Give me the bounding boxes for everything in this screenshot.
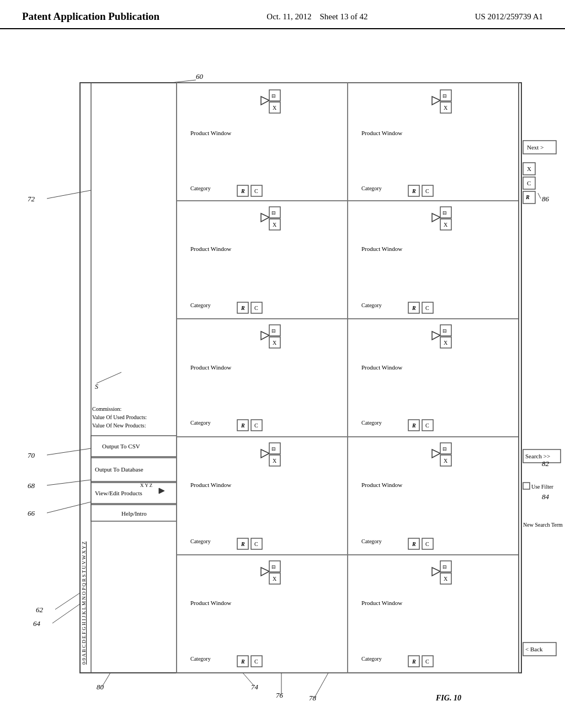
svg-text:72: 72 bbox=[28, 195, 35, 203]
svg-rect-63 bbox=[348, 201, 519, 319]
tab-output-csv: Output To CSV bbox=[102, 443, 140, 449]
sheet-number: Sheet 13 of 42 bbox=[319, 12, 367, 21]
alpha-strip: 0-9 A B C D E F G H I J K L M N O P Q R … bbox=[81, 542, 87, 665]
svg-text:C: C bbox=[527, 180, 531, 186]
svg-text:C: C bbox=[254, 188, 258, 194]
svg-text:⊟: ⊟ bbox=[271, 564, 276, 570]
svg-rect-111 bbox=[348, 437, 519, 555]
svg-text:C: C bbox=[254, 305, 258, 311]
svg-marker-84 bbox=[261, 331, 269, 340]
svg-text:78: 78 bbox=[309, 694, 317, 702]
svg-text:Product Window: Product Window bbox=[361, 364, 402, 371]
svg-rect-123 bbox=[177, 555, 348, 673]
svg-line-22 bbox=[47, 480, 91, 485]
svg-text:Product Window: Product Window bbox=[361, 481, 402, 488]
svg-line-20 bbox=[47, 502, 91, 513]
svg-text:70: 70 bbox=[28, 451, 35, 459]
svg-text:R: R bbox=[241, 422, 245, 429]
svg-text:X: X bbox=[444, 458, 448, 464]
svg-text:Value Of Used Products:: Value Of Used Products: bbox=[92, 414, 147, 420]
svg-text:Product Window: Product Window bbox=[361, 599, 402, 606]
svg-marker-108 bbox=[261, 449, 269, 458]
svg-marker-144 bbox=[432, 568, 440, 576]
svg-rect-51 bbox=[177, 201, 348, 319]
ref-60: 60 bbox=[196, 72, 204, 81]
svg-text:Category: Category bbox=[190, 420, 211, 426]
svg-text:R: R bbox=[241, 659, 245, 665]
page-header: Patent Application Publication Oct. 11, … bbox=[0, 0, 565, 29]
svg-line-26 bbox=[47, 190, 91, 199]
svg-marker-60 bbox=[261, 213, 269, 222]
svg-text:X: X bbox=[444, 222, 448, 228]
svg-text:⊟: ⊟ bbox=[271, 93, 276, 99]
svg-text:S: S bbox=[95, 383, 98, 390]
svg-text:X: X bbox=[444, 340, 448, 346]
svg-text:Category: Category bbox=[190, 185, 211, 191]
svg-text:⊟: ⊟ bbox=[271, 328, 276, 334]
svg-text:C: C bbox=[425, 659, 429, 665]
svg-text:⊟: ⊟ bbox=[443, 93, 447, 99]
svg-text:Product Window: Product Window bbox=[190, 364, 231, 371]
svg-text:C: C bbox=[254, 541, 258, 547]
svg-text:Category: Category bbox=[190, 538, 211, 544]
svg-line-172 bbox=[315, 673, 328, 698]
svg-line-14 bbox=[97, 372, 121, 383]
svg-text:R: R bbox=[241, 305, 245, 311]
svg-text:Category: Category bbox=[190, 302, 211, 308]
publication-date: Oct. 11, 2012 bbox=[266, 12, 311, 21]
svg-text:R: R bbox=[412, 305, 416, 311]
svg-text:⊟: ⊟ bbox=[443, 564, 447, 570]
svg-text:X: X bbox=[444, 105, 448, 111]
svg-text:Product Window: Product Window bbox=[190, 481, 231, 488]
publication-number: US 2012/259739 A1 bbox=[475, 10, 543, 22]
svg-rect-99 bbox=[177, 437, 348, 555]
svg-text:62: 62 bbox=[36, 606, 44, 614]
svg-text:Category: Category bbox=[190, 656, 211, 662]
svg-text:⊟: ⊟ bbox=[443, 210, 447, 216]
svg-rect-135 bbox=[348, 555, 519, 673]
svg-marker-120 bbox=[432, 449, 440, 458]
svg-text:Category: Category bbox=[361, 656, 382, 662]
svg-text:Product Window: Product Window bbox=[361, 130, 402, 136]
svg-text:Product Window: Product Window bbox=[190, 130, 231, 136]
tab-help: Help/Intro bbox=[121, 510, 147, 517]
svg-text:82: 82 bbox=[542, 459, 550, 468]
tab-output-db: Output To Database bbox=[95, 466, 143, 473]
svg-text:R: R bbox=[412, 188, 416, 194]
svg-text:X: X bbox=[273, 222, 277, 228]
svg-text:Search >>: Search >> bbox=[525, 453, 550, 459]
svg-line-24 bbox=[47, 448, 91, 455]
svg-text:Next >: Next > bbox=[527, 144, 543, 151]
svg-text:64: 64 bbox=[33, 619, 41, 628]
svg-text:Product Window: Product Window bbox=[190, 599, 231, 606]
svg-text:80: 80 bbox=[97, 683, 104, 691]
svg-rect-27 bbox=[177, 83, 348, 201]
svg-text:X: X bbox=[273, 458, 277, 464]
svg-text:Product Window: Product Window bbox=[190, 245, 231, 252]
svg-marker-48 bbox=[432, 97, 440, 105]
svg-text:R: R bbox=[412, 659, 416, 665]
svg-text:Category: Category bbox=[361, 302, 382, 308]
svg-text:< Back: < Back bbox=[525, 646, 543, 652]
svg-text:⊟: ⊟ bbox=[271, 446, 276, 452]
svg-text:Commission:: Commission: bbox=[92, 406, 121, 412]
tab-view: View/Edit Products bbox=[95, 490, 142, 496]
svg-text:76: 76 bbox=[276, 691, 284, 699]
svg-rect-39 bbox=[348, 83, 519, 201]
svg-text:C: C bbox=[425, 422, 429, 429]
svg-text:Product Window: Product Window bbox=[361, 245, 402, 252]
svg-text:X: X bbox=[273, 340, 277, 346]
svg-text:New Search Term: New Search Term bbox=[523, 522, 563, 528]
svg-text:R: R bbox=[241, 541, 245, 547]
svg-marker-72 bbox=[432, 213, 440, 222]
svg-text:X: X bbox=[527, 165, 531, 172]
svg-line-157 bbox=[538, 193, 541, 199]
svg-text:Value Of New Products:: Value Of New Products: bbox=[92, 422, 146, 429]
svg-line-168 bbox=[243, 673, 254, 686]
svg-text:R: R bbox=[412, 541, 416, 547]
svg-text:C: C bbox=[425, 188, 429, 194]
svg-text:Use Filter: Use Filter bbox=[531, 484, 553, 490]
svg-text:X: X bbox=[444, 576, 448, 582]
svg-line-16 bbox=[52, 604, 80, 623]
svg-rect-161 bbox=[523, 483, 530, 489]
